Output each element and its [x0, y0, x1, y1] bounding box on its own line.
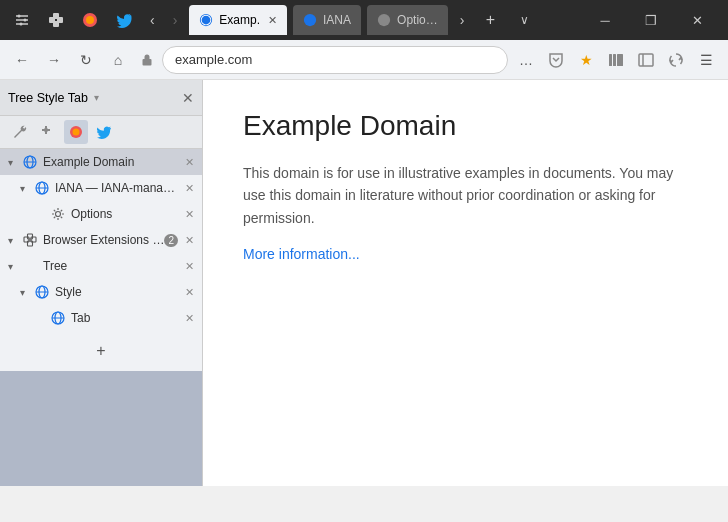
library-btn[interactable]	[602, 46, 630, 74]
tab-example-label: Examp.	[219, 13, 260, 27]
close-btn[interactable]: ✕	[674, 4, 720, 36]
sidebar: Tree Style Tab ▾ ✕ ▾	[0, 80, 203, 486]
tree-item-extensions-label: Browser Extensions -…	[43, 233, 164, 247]
tab-iana-label: IANA	[323, 13, 351, 27]
svg-rect-12	[143, 59, 152, 66]
more-btn[interactable]: …	[512, 46, 540, 74]
content-heading: Example Domain	[243, 110, 688, 142]
svg-rect-16	[639, 54, 653, 66]
tab-options-label: Optio…	[397, 13, 438, 27]
sidebar-bottom	[0, 371, 202, 486]
customize-icon[interactable]	[8, 6, 36, 34]
expander-style[interactable]: ▾	[20, 287, 34, 298]
svg-point-27	[56, 212, 61, 217]
toolbar-icons: … ★ ☰	[512, 46, 720, 74]
pinned-firefox[interactable]	[64, 120, 88, 144]
tree-item-options[interactable]: ▸ Options ✕	[0, 201, 202, 227]
lock-icon	[138, 51, 156, 69]
favicon-extensions	[22, 232, 38, 248]
expander-iana[interactable]: ▾	[20, 183, 34, 194]
svg-rect-14	[613, 54, 616, 66]
content-body: This domain is for use in illustrative e…	[243, 162, 688, 229]
iana-favicon	[303, 13, 317, 27]
minimize-btn[interactable]: ─	[582, 4, 628, 36]
tree-item-example-close[interactable]: ✕	[180, 153, 198, 171]
expander-options[interactable]: ▸	[36, 209, 50, 220]
svg-point-11	[378, 14, 390, 26]
sidebar-toggle-btn[interactable]	[632, 46, 660, 74]
main-area: Tree Style Tab ▾ ✕ ▾	[0, 80, 728, 486]
options-favicon	[377, 13, 391, 27]
tree-item-example-label: Example Domain	[43, 155, 180, 169]
tab-example[interactable]: Examp. ✕	[189, 5, 287, 35]
tree-item-style[interactable]: ▾ Style ✕	[0, 279, 202, 305]
svg-point-1	[24, 19, 27, 22]
tree-item-iana[interactable]: ▾ IANA — IANA-manag… ✕	[0, 175, 202, 201]
pinned-tabs	[0, 116, 202, 149]
tree-item-options-label: Options	[71, 207, 180, 221]
extensions-icon[interactable]	[42, 6, 70, 34]
more-info-link[interactable]: More information...	[243, 246, 360, 262]
sidebar-close-btn[interactable]: ✕	[182, 90, 194, 106]
pocket-btn[interactable]	[542, 46, 570, 74]
title-bar: ‹ › Examp. ✕ IANA Optio… › + ∨ ─ ❒ ✕	[0, 0, 728, 40]
tree-item-tab-close[interactable]: ✕	[180, 309, 198, 327]
tree-item-options-close[interactable]: ✕	[180, 205, 198, 223]
new-tab-row: +	[0, 331, 202, 371]
tree-item-example[interactable]: ▾ Example Domain ✕	[0, 149, 202, 175]
tab-example-close[interactable]: ✕	[268, 14, 277, 27]
restore-btn[interactable]: ❒	[628, 4, 674, 36]
svg-rect-5	[53, 13, 59, 19]
expander-extensions[interactable]: ▾	[8, 235, 22, 246]
home-btn[interactable]: ⌂	[104, 46, 132, 74]
svg-point-0	[18, 15, 21, 18]
svg-rect-15	[617, 54, 623, 66]
svg-point-8	[86, 16, 94, 24]
favicon-example	[22, 154, 38, 170]
tree-item-style-label: Style	[55, 285, 180, 299]
url-input[interactable]	[162, 46, 508, 74]
tree-item-extensions-close[interactable]: ✕	[180, 231, 198, 249]
favicon-options	[50, 206, 66, 222]
svg-line-32	[54, 210, 56, 212]
pinned-twitter[interactable]	[92, 120, 116, 144]
tree-item-tree-close[interactable]: ✕	[180, 257, 198, 275]
new-tab-button[interactable]: +	[89, 339, 113, 363]
svg-point-10	[304, 14, 316, 26]
expander-tree[interactable]: ▾	[8, 261, 22, 272]
back-btn[interactable]: ←	[8, 46, 36, 74]
tree-item-iana-close[interactable]: ✕	[180, 179, 198, 197]
svg-line-34	[54, 217, 56, 219]
tree-item-style-close[interactable]: ✕	[180, 283, 198, 301]
tree-item-iana-label: IANA — IANA-manag…	[55, 181, 180, 195]
tree-item-tree[interactable]: ▾ Tree ✕	[0, 253, 202, 279]
window-controls: ─ ❒ ✕	[582, 4, 720, 36]
next-tab-btn[interactable]: ›	[454, 8, 471, 32]
new-tab-btn[interactable]: +	[476, 6, 504, 34]
pinned-wrench[interactable]	[8, 120, 32, 144]
svg-point-9	[200, 14, 212, 26]
reload-btn[interactable]: ↻	[72, 46, 100, 74]
svg-line-35	[61, 210, 63, 212]
expander-example[interactable]: ▾	[8, 157, 22, 168]
tab-options[interactable]: Optio…	[367, 5, 448, 35]
favicon-style	[34, 284, 50, 300]
tab-overflow-btn[interactable]: ∨	[510, 6, 538, 34]
tree-item-tab[interactable]: ▸ Tab ✕	[0, 305, 202, 331]
tab-iana[interactable]: IANA	[293, 5, 361, 35]
svg-point-2	[20, 23, 23, 26]
content-area: Example Domain This domain is for use in…	[203, 80, 728, 486]
sync-btn[interactable]	[662, 46, 690, 74]
expander-tab[interactable]: ▸	[36, 313, 50, 324]
tree-item-extensions[interactable]: ▾ Browser Extensions -… 2 ✕	[0, 227, 202, 253]
svg-rect-13	[609, 54, 612, 66]
bookmark-btn[interactable]: ★	[572, 46, 600, 74]
tab-back-btn[interactable]: ‹	[144, 8, 161, 32]
favicon-iana	[34, 180, 50, 196]
twitter-icon[interactable]	[110, 6, 138, 34]
firefox-icon[interactable]	[76, 6, 104, 34]
pinned-puzzle[interactable]	[36, 120, 60, 144]
sidebar-dropdown-arrow[interactable]: ▾	[94, 92, 99, 103]
menu-btn[interactable]: ☰	[692, 46, 720, 74]
forward-btn[interactable]: →	[40, 46, 68, 74]
